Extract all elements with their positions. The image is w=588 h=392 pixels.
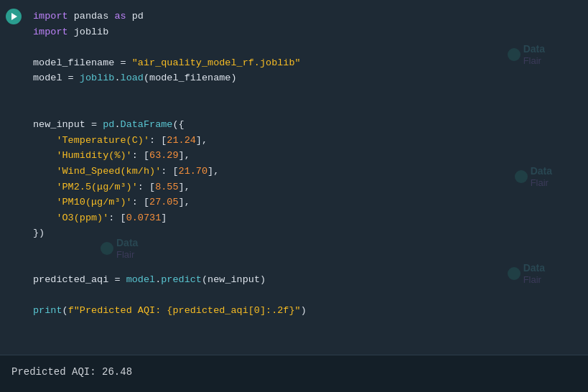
code-line: 'Wind_Speed(km/h)': [21.70],: [33, 164, 577, 179]
code-line: model = joblib.load(model_filename): [33, 70, 577, 86]
code-line: [33, 102, 577, 118]
code-line: 'PM10(μg/m³)': [27.05],: [33, 195, 577, 210]
run-button[interactable]: [6, 9, 22, 24]
code-line: print(f"Predicted AQI: {predicted_aqi[0]…: [33, 303, 577, 319]
code-line: predicted_aqi = model.predict(new_input): [33, 272, 577, 288]
code-line: 'O3(ppm)': [0.0731]: [33, 210, 577, 226]
code-line: model_filename = "air_quality_model_rf.j…: [33, 55, 577, 71]
code-line: new_input = pd.DataFrame({: [33, 117, 577, 133]
code-line: [33, 241, 577, 257]
code-line: 'Temperature(C)': [21.24],: [33, 133, 577, 149]
code-content: import pandas as pdimport joblib model_f…: [33, 9, 577, 319]
code-line: 'Humidity(%)': [63.29],: [33, 148, 577, 164]
code-line: [33, 86, 577, 102]
code-line: [33, 288, 577, 304]
code-line: import pandas as pd: [33, 9, 577, 24]
notebook-container: Data Flair Data Flair Data Flair Data: [0, 0, 588, 392]
code-line: [33, 39, 577, 55]
code-line: import joblib: [33, 24, 577, 40]
code-cell: Data Flair Data Flair Data Flair Data: [0, 0, 588, 355]
output-text: Predicted AQI: 26.48: [11, 366, 132, 378]
output-cell: Predicted AQI: 26.48: [0, 355, 588, 392]
code-line: 'PM2.5(μg/m³)': [8.55],: [33, 179, 577, 195]
code-line: }): [33, 225, 577, 241]
code-line: [33, 257, 577, 273]
